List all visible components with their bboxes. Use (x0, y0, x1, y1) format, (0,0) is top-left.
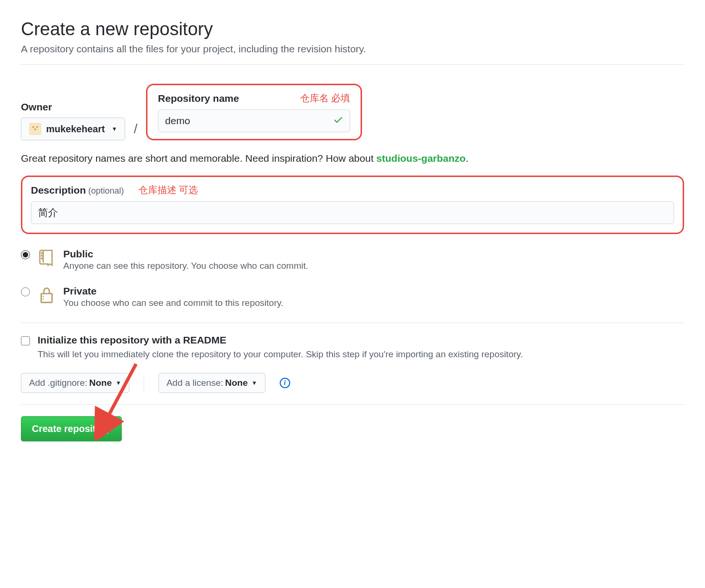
lock-icon (38, 285, 56, 304)
description-label: Description (optional) (31, 185, 124, 196)
description-input[interactable] (31, 201, 674, 224)
readme-title: Initialize this repository with a README (38, 334, 523, 346)
license-dropdown[interactable]: Add a license: None ▼ (158, 373, 265, 393)
readme-desc: This will let you immediately clone the … (38, 348, 523, 362)
svg-rect-1 (36, 126, 38, 128)
visibility-private-row: Private You choose who can see and commi… (21, 285, 684, 308)
page-subtitle: A repository contains all the files for … (21, 43, 684, 55)
owner-select-button[interactable]: mukekeheart ▼ (21, 118, 125, 140)
svg-point-5 (41, 255, 42, 256)
vertical-divider (144, 374, 144, 392)
visibility-public-desc: Anyone can see this repository. You choo… (63, 261, 684, 271)
repo-name-help: Great repository names are short and mem… (21, 153, 684, 164)
visibility-private-title: Private (63, 285, 684, 297)
description-optional: (optional) (86, 186, 124, 196)
repo-icon (38, 248, 56, 267)
divider (21, 404, 684, 405)
readme-row: Initialize this repository with a README… (21, 334, 684, 362)
visibility-private-radio[interactable] (21, 287, 30, 296)
visibility-public-radio[interactable] (21, 250, 30, 259)
name-suggestion-link[interactable]: studious-garbanzo (376, 153, 466, 164)
visibility-private-desc: You choose who can see and commit to thi… (63, 298, 684, 308)
gitignore-dropdown[interactable]: Add .gitignore: None ▼ (21, 373, 129, 393)
owner-username: mukekeheart (46, 124, 105, 135)
divider (21, 64, 684, 65)
owner-label: Owner (21, 101, 125, 113)
visibility-public-row: Public Anyone can see this repository. Y… (21, 248, 684, 271)
dropdown-row: Add .gitignore: None ▼ Add a license: No… (21, 373, 684, 393)
readme-checkbox[interactable] (21, 336, 30, 345)
repo-name-annotation-box: Repository name 仓库名 必填 (146, 84, 362, 140)
license-value: None (225, 378, 248, 388)
description-annotation: 仓库描述 可选 (138, 184, 198, 196)
owner-repo-row: Owner mukekeheart ▼ / Repository name 仓库… (21, 84, 684, 140)
svg-rect-2 (34, 128, 36, 130)
chevron-down-icon: ▼ (252, 380, 257, 386)
gitignore-prefix: Add .gitignore: (29, 378, 88, 388)
check-icon (333, 115, 343, 127)
create-repository-button[interactable]: Create repository (21, 416, 122, 441)
license-prefix: Add a license: (166, 378, 223, 388)
info-icon[interactable]: i (280, 378, 290, 388)
help-suffix: . (466, 153, 469, 164)
divider (21, 323, 684, 323)
svg-point-4 (41, 253, 42, 254)
avatar-icon (29, 123, 41, 135)
repo-name-annotation: 仓库名 必填 (300, 92, 351, 105)
chevron-down-icon: ▼ (111, 126, 117, 132)
repo-name-label: Repository name (158, 93, 239, 104)
svg-rect-0 (32, 126, 34, 128)
help-prefix: Great repository names are short and mem… (21, 153, 376, 164)
description-annotation-box: Description (optional) 仓库描述 可选 (21, 176, 684, 234)
chevron-down-icon: ▼ (116, 380, 121, 386)
svg-rect-7 (41, 294, 52, 303)
repo-name-input[interactable] (158, 109, 350, 132)
visibility-public-title: Public (63, 248, 684, 260)
visibility-group: Public Anyone can see this repository. Y… (21, 248, 684, 308)
description-label-text: Description (31, 185, 86, 196)
gitignore-value: None (89, 378, 112, 388)
owner-block: Owner mukekeheart ▼ (21, 101, 125, 140)
svg-point-6 (41, 258, 42, 259)
page-title: Create a new repository (21, 19, 684, 39)
slash-separator: / (134, 121, 137, 140)
